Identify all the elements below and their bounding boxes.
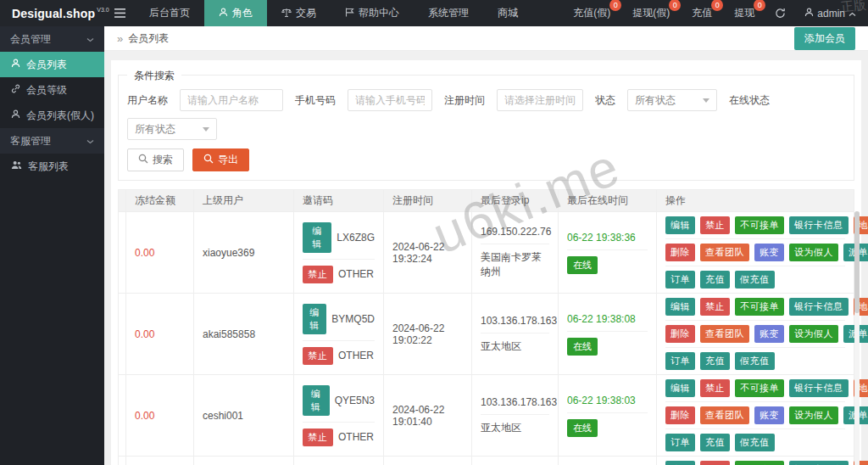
recharge-button[interactable]: 充值 bbox=[700, 352, 730, 370]
sidebar-item-member-level[interactable]: 会员等级 bbox=[0, 77, 104, 103]
chevron-down-icon bbox=[703, 98, 709, 103]
user-menu[interactable]: admin bbox=[804, 8, 856, 20]
order-button[interactable]: 订单 bbox=[665, 271, 695, 289]
chevron-up-icon bbox=[849, 8, 856, 20]
balance-change-button[interactable]: 账变 bbox=[754, 406, 784, 424]
balance-change-button[interactable]: 账变 bbox=[754, 244, 784, 261]
balance-change-button[interactable]: 账变 bbox=[754, 325, 784, 343]
ban-button[interactable]: 禁止 bbox=[700, 461, 730, 465]
nav-item-trade[interactable]: 交易 bbox=[267, 0, 331, 26]
order-button[interactable]: 订单 bbox=[665, 352, 695, 370]
sidebar-item-member-list-fake[interactable]: 会员列表(假人) bbox=[0, 103, 104, 128]
sliver-cell bbox=[119, 294, 126, 375]
regtime-input[interactable] bbox=[497, 89, 583, 111]
set-fake-button[interactable]: 设为假人 bbox=[789, 325, 838, 343]
nav-item-mall[interactable]: 商城 bbox=[483, 0, 532, 26]
no-order-button[interactable]: 不可接单 bbox=[735, 216, 784, 234]
fake-recharge-button[interactable]: 假充值 bbox=[735, 434, 775, 451]
last-online-time: 06-22 19:38:03 bbox=[567, 395, 636, 406]
export-button[interactable]: 导出 bbox=[192, 148, 249, 171]
person-icon bbox=[219, 8, 228, 20]
user-icon bbox=[804, 8, 814, 20]
view-team-button[interactable]: 查看团队 bbox=[700, 325, 749, 343]
table-scrollbar[interactable] bbox=[854, 211, 860, 465]
invite-code-cell: 编辑LX6Z8G禁止OTHER bbox=[294, 212, 384, 294]
no-order-button[interactable]: 不可接单 bbox=[735, 298, 784, 316]
no-order-button[interactable]: 不可接单 bbox=[735, 379, 784, 397]
bank-info-button[interactable]: 银行卡信息 bbox=[789, 379, 849, 397]
action-withdraw[interactable]: 提现 0 bbox=[734, 6, 754, 20]
last-online-cell: 06-22 19:38:03在线 bbox=[559, 375, 657, 457]
sidebar-item-member-list[interactable]: 会员列表 bbox=[0, 52, 104, 77]
sidebar-group-member-mgmt[interactable]: 会员管理 bbox=[0, 26, 104, 52]
action-recharge[interactable]: 充值 0 bbox=[692, 6, 712, 20]
ban-button[interactable]: 禁止 bbox=[700, 298, 730, 316]
edit-button[interactable]: 编辑 bbox=[665, 461, 695, 465]
edit-button[interactable]: 编辑 bbox=[665, 298, 695, 316]
edit-button[interactable]: 编辑 bbox=[303, 385, 330, 416]
online-status-select[interactable]: 所有状态 bbox=[127, 118, 217, 140]
fake-recharge-button[interactable]: 假充值 bbox=[735, 271, 775, 289]
view-team-button[interactable]: 查看团队 bbox=[700, 406, 749, 424]
ip-location: 亚太地区 bbox=[481, 421, 521, 435]
action-withdraw-fake[interactable]: 提现(假) 0 bbox=[632, 6, 670, 20]
export-icon bbox=[203, 154, 214, 166]
order-button[interactable]: 订单 bbox=[665, 434, 695, 451]
username-label: 用户名称 bbox=[127, 93, 168, 108]
refresh-icon[interactable] bbox=[775, 8, 786, 19]
add-member-button[interactable]: 添加会员 bbox=[794, 27, 855, 50]
edit-button[interactable]: 编辑 bbox=[665, 216, 695, 234]
operations-cell: 编辑禁止不可接单银行卡信息地址信息删除查看团队账变设为假人派单订单充值假充值 bbox=[657, 294, 854, 375]
ban-button[interactable]: 禁止 bbox=[303, 429, 333, 446]
invite-code-cell: 编辑BYMQ5D禁止OTHER bbox=[294, 294, 384, 375]
edit-button[interactable]: 编辑 bbox=[303, 304, 326, 334]
ban-button[interactable]: 禁止 bbox=[303, 266, 333, 283]
item-label: 会员列表 bbox=[26, 58, 67, 72]
edit-button[interactable]: 编辑 bbox=[303, 222, 331, 253]
status-select[interactable]: 所有状态 bbox=[627, 89, 717, 111]
people-icon bbox=[11, 160, 22, 172]
last-ip-cell: 103.136.178.163亚太地区 bbox=[472, 294, 559, 375]
hamburger-icon[interactable] bbox=[104, 0, 135, 26]
recharge-button[interactable]: 充值 bbox=[700, 271, 730, 289]
action-label: 充值(假) bbox=[573, 7, 610, 19]
view-team-button[interactable]: 查看团队 bbox=[700, 244, 749, 261]
edit-button[interactable]: 编辑 bbox=[665, 379, 695, 397]
nav-item-help-center[interactable]: 帮助中心 bbox=[331, 0, 414, 26]
scrollbar-thumb[interactable] bbox=[854, 211, 860, 313]
search-button[interactable]: 搜索 bbox=[127, 148, 184, 171]
person-icon bbox=[11, 59, 20, 70]
column-header: 注册时间 bbox=[384, 190, 472, 212]
phone-input[interactable] bbox=[348, 89, 432, 111]
member-table-wrap: 冻结金额 上级用户 邀请码 注册时间 最后登录ip 最后在线时间 操作 0.00… bbox=[118, 189, 854, 465]
bank-info-button[interactable]: 银行卡信息 bbox=[789, 461, 849, 465]
sliver-cell bbox=[119, 375, 126, 457]
reg-time-cell: 2024-06-22 19:01:40 bbox=[384, 375, 472, 457]
ban-value: OTHER bbox=[338, 431, 374, 443]
ban-button[interactable]: 禁止 bbox=[700, 379, 730, 397]
nav-item-system[interactable]: 系统管理 bbox=[414, 0, 483, 26]
no-order-button[interactable]: 不可接单 bbox=[735, 461, 784, 465]
delete-button[interactable]: 删除 bbox=[665, 325, 695, 343]
delete-button[interactable]: 删除 bbox=[665, 406, 695, 424]
last-online-time: 06-22 19:38:36 bbox=[567, 232, 636, 244]
delete-button[interactable]: 删除 bbox=[665, 244, 695, 261]
topbar-right: 充值(假) 0 提现(假) 0 充值 0 提现 0 admin bbox=[551, 0, 868, 26]
fake-recharge-button[interactable]: 假充值 bbox=[735, 352, 775, 370]
sidebar-item-service-list[interactable]: 客服列表 bbox=[0, 154, 104, 179]
bank-info-button[interactable]: 银行卡信息 bbox=[789, 216, 849, 234]
recharge-button[interactable]: 充值 bbox=[700, 434, 730, 451]
ban-button[interactable]: 禁止 bbox=[700, 216, 730, 234]
set-fake-button[interactable]: 设为假人 bbox=[789, 244, 838, 261]
bank-info-button[interactable]: 银行卡信息 bbox=[789, 298, 849, 316]
nav-item-roles[interactable]: 角色 bbox=[204, 0, 267, 26]
reg-time-cell: 2024-06-22 18:54:22 bbox=[384, 457, 472, 465]
ban-button[interactable]: 禁止 bbox=[303, 347, 333, 365]
last-online-time: 06-22 19:38:08 bbox=[567, 313, 636, 325]
action-recharge-fake[interactable]: 充值(假) 0 bbox=[573, 6, 610, 20]
sidebar-group-service-mgmt[interactable]: 客服管理 bbox=[0, 128, 104, 154]
nav-item-home[interactable]: 后台首页 bbox=[135, 0, 204, 26]
nav-label: 交易 bbox=[296, 6, 316, 20]
username-input[interactable] bbox=[180, 89, 283, 111]
set-fake-button[interactable]: 设为假人 bbox=[789, 406, 838, 424]
